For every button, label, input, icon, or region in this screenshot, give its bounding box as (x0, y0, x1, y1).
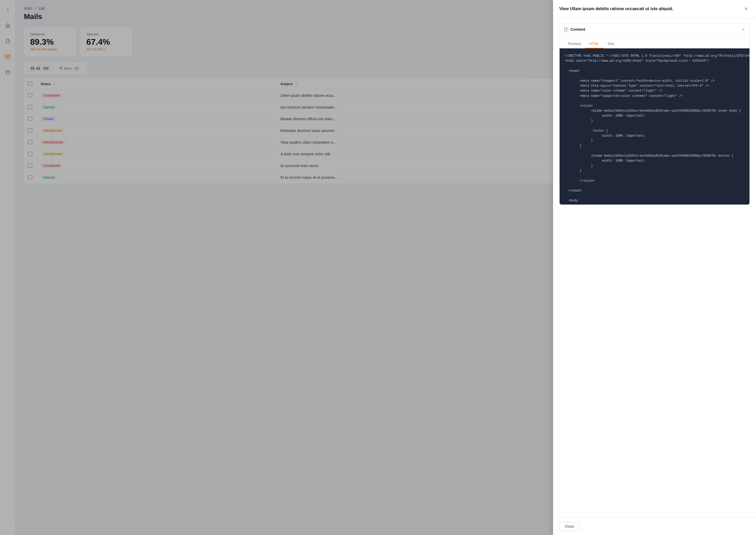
content-doc-icon (564, 27, 568, 32)
collapse-icon[interactable] (741, 27, 745, 32)
modal-body: Content Preview HTML (553, 18, 756, 518)
content-section-title: Content (564, 27, 585, 32)
modal-panel: View Ullam ipsam debitis ratione occaeca… (553, 0, 756, 535)
content-section: Content Preview HTML (559, 23, 750, 205)
tab-text[interactable]: Text (603, 40, 618, 48)
content-tabs: Preview HTML Text (559, 35, 749, 48)
modal-header: View Ullam ipsam debitis ratione occaeca… (553, 0, 756, 18)
modal-overlay[interactable]: View Ullam ipsam debitis ratione occaeca… (0, 0, 756, 535)
modal-title: View Ullam ipsam debitis ratione occaeca… (559, 7, 673, 11)
close-button[interactable]: Close (559, 522, 580, 531)
code-content: <!DOCTYPE html PUBLIC "-//W3C//DTD XHTML… (565, 54, 744, 205)
tab-preview[interactable]: Preview (564, 40, 585, 48)
content-section-header: Content (559, 23, 749, 35)
app-layout: Mails > List Mails Delivered 89.3% 293 o… (0, 0, 756, 535)
code-block: <!DOCTYPE html PUBLIC "-//W3C//DTD XHTML… (559, 48, 749, 205)
modal-close-icon[interactable] (742, 5, 750, 13)
modal-footer: Close (553, 518, 756, 535)
tab-html[interactable]: HTML (585, 40, 603, 48)
